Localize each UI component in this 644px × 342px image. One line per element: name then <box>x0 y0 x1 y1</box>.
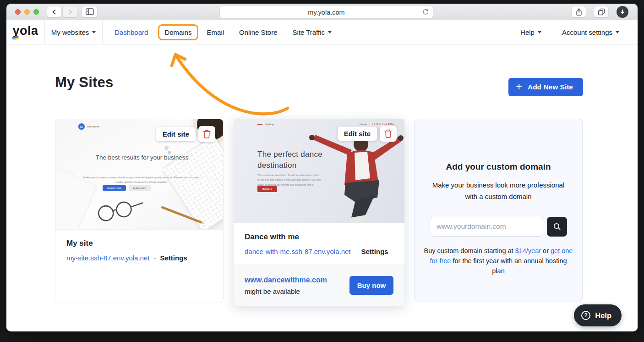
sidebar-icon <box>86 8 94 15</box>
site-title: Dance with me <box>245 232 393 242</box>
main-content: My Sites + Add New Site <box>6 44 638 331</box>
preview-body-text: Make your business more profitable and p… <box>83 175 200 185</box>
my-websites-label: My websites <box>51 28 89 36</box>
chevron-down-icon <box>616 31 619 33</box>
edit-site-button[interactable]: Edit site <box>338 127 377 141</box>
domain-search-input[interactable] <box>430 217 543 237</box>
app-nav: yola My websites Dashboard Domains Email <box>6 20 638 44</box>
pushpin-decoration <box>164 146 169 150</box>
custom-domain-subtitle: Make your business look more professiona… <box>427 180 569 203</box>
card-info: Dance with me dance-with-me.ssh-87.env.y… <box>234 223 404 255</box>
site-cards: D Site name The best results for your bu… <box>55 119 583 306</box>
domain-availability: might be available <box>245 287 327 295</box>
site-card-my-site: D Site name The best results for your bu… <box>55 119 224 303</box>
tabs-icon <box>598 8 605 16</box>
preview-site-header: D Site name <box>78 123 99 130</box>
plus-icon: + <box>516 81 522 92</box>
nav-item-domains[interactable]: Domains <box>164 28 191 36</box>
domain-offer-section: www.dancewithme.com might be available B… <box>234 265 404 306</box>
my-websites-dropdown[interactable]: My websites <box>45 20 102 44</box>
domains-highlight-box: Domains <box>158 24 198 40</box>
custom-domain-title: Add your custom domain <box>415 162 582 172</box>
back-icon <box>51 8 58 16</box>
reload-icon <box>422 8 429 16</box>
trash-icon <box>202 129 211 139</box>
zoom-window-button[interactable] <box>33 9 39 15</box>
help-widget-button[interactable]: ? Help <box>574 304 622 326</box>
nav-right: Help Account settings <box>520 20 638 44</box>
share-icon <box>575 8 583 16</box>
preview-brand-mark <box>257 124 262 125</box>
site-url-link[interactable]: my-site.ssh-87.env.yola.net <box>66 254 149 262</box>
buy-now-button[interactable]: Buy now <box>349 276 393 295</box>
card-info: My site my-site.ssh-87.env.yola.net - Se… <box>55 230 223 262</box>
address-bar[interactable]: my.yola.com <box>220 6 433 18</box>
search-icon <box>552 222 562 231</box>
card-actions: Edit site <box>156 127 215 142</box>
annotation-arrow <box>160 46 293 121</box>
nav-item-dashboard[interactable]: Dashboard <box>115 28 148 36</box>
chevron-down-icon <box>92 31 96 33</box>
forward-button[interactable] <box>63 6 77 17</box>
preview-headline: The perfect dance destination <box>257 149 342 171</box>
tab-overview-button[interactable] <box>594 6 608 17</box>
page-title: My Sites <box>55 74 113 91</box>
site-url-link[interactable]: dance-with-me.ssh-87.env.yola.net <box>245 248 351 255</box>
chevron-down-icon <box>328 31 332 33</box>
traffic-lights <box>15 9 39 15</box>
preview-secondary-button: Learn more <box>129 185 151 191</box>
preview-headline: The best results for your business <box>94 153 190 163</box>
chrome-right-buttons <box>572 6 628 18</box>
trash-icon <box>384 129 393 138</box>
suggested-domain: www.dancewithme.com <box>245 276 327 284</box>
preview-button: Button 1 <box>257 186 277 192</box>
site-card-dance-with-me: hip-hop Home +1 888 123 4567 <box>234 119 404 306</box>
account-settings-dropdown[interactable]: Account settings <box>554 20 638 44</box>
browser-chrome: my.yola.com <box>6 4 638 20</box>
delete-site-button[interactable] <box>198 126 215 142</box>
domain-search-row <box>415 217 582 237</box>
minimize-window-button[interactable] <box>24 9 30 15</box>
site-link-row: dance-with-me.ssh-87.env.yola.net - Sett… <box>245 248 393 255</box>
site-title: My site <box>66 239 212 248</box>
price-link[interactable]: $14/year <box>515 247 541 254</box>
nav-item-site-traffic[interactable]: Site Traffic <box>292 28 332 36</box>
help-dropdown[interactable]: Help <box>520 20 554 44</box>
reload-button[interactable] <box>422 8 429 17</box>
card-actions: Edit site <box>338 127 397 142</box>
browser-window: my.yola.com <box>6 4 638 331</box>
preview-menu-home: Home <box>360 123 366 126</box>
site-link-row: my-site.ssh-87.env.yola.net - Settings <box>66 254 212 262</box>
preview-buttons: Explore now Learn more <box>55 185 198 191</box>
domain-search-button[interactable] <box>547 217 567 237</box>
preview-site-logo: D <box>78 123 85 130</box>
close-window-button[interactable] <box>15 9 21 15</box>
edit-site-button[interactable]: Edit site <box>156 127 196 141</box>
custom-domain-card: Add your custom domain Make your busines… <box>414 119 583 302</box>
download-icon <box>619 9 626 15</box>
separator: - <box>153 254 156 262</box>
share-button[interactable] <box>572 6 586 17</box>
site-settings-link[interactable]: Settings <box>160 254 187 262</box>
nav-item-email[interactable]: Email <box>207 28 224 36</box>
domain-pricing-note: Buy custom domain starting at $14/year o… <box>423 246 574 276</box>
url-text: my.yola.com <box>308 9 344 16</box>
separator: - <box>355 248 357 255</box>
chevron-down-icon <box>538 31 541 33</box>
add-new-site-button[interactable]: + Add New Site <box>508 78 583 96</box>
downloads-button[interactable] <box>617 6 628 18</box>
delete-site-button[interactable] <box>380 126 397 142</box>
back-button[interactable] <box>47 6 61 17</box>
forward-icon <box>66 8 74 16</box>
glasses-decoration <box>94 197 147 226</box>
preview-phone: +1 888 123 4567 <box>372 122 394 126</box>
preview-primary-button: Explore now <box>103 185 126 191</box>
nav-links: Dashboard Domains Email Online Store Sit… <box>103 20 332 44</box>
question-icon: ? <box>581 311 590 320</box>
preview-site-header: hip-hop Home +1 888 123 4567 <box>257 122 394 126</box>
sidebar-button[interactable] <box>82 6 97 17</box>
site-settings-link[interactable]: Settings <box>361 248 388 255</box>
yola-logo[interactable]: yola <box>6 20 44 44</box>
nav-item-online-store[interactable]: Online Store <box>239 28 277 36</box>
